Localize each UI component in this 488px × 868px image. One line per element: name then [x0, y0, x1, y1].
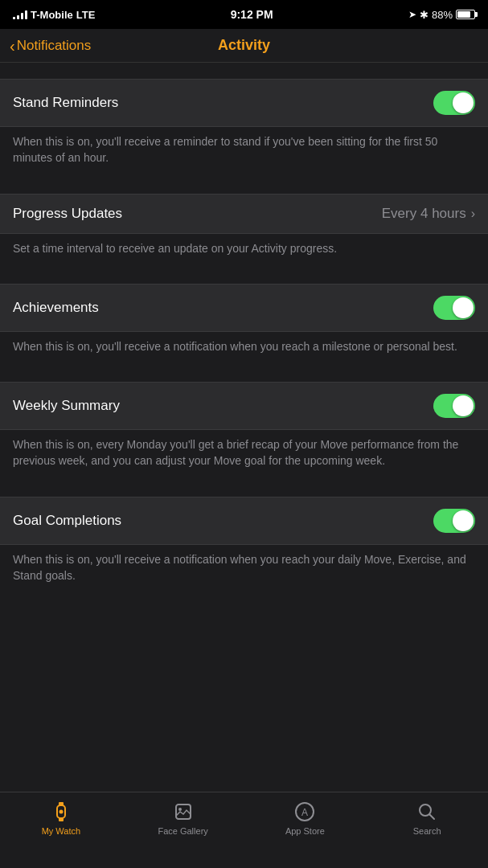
time-display: 9:12 PM [231, 8, 273, 21]
location-icon: ➤ [408, 9, 416, 20]
svg-rect-2 [59, 817, 64, 821]
achievements-toggle[interactable] [433, 296, 475, 320]
carrier-info: T-Mobile LTE [13, 9, 95, 21]
progress-updates-value: Every 4 hours › [382, 206, 475, 222]
page-title: Activity [218, 37, 270, 54]
weekly-summary-desc-text: When this is on, every Monday you'll get… [13, 438, 458, 467]
weekly-summary-section: Weekly Summary When this is on, every Mo… [0, 382, 488, 481]
stand-reminders-row[interactable]: Stand Reminders [0, 79, 488, 127]
battery-label: 88% [432, 9, 453, 21]
progress-updates-label: Progress Updates [13, 206, 122, 222]
tab-app-store[interactable]: A App Store [244, 800, 367, 836]
weekly-summary-description: When this is on, every Monday you'll get… [0, 430, 488, 481]
goal-completions-toggle[interactable] [433, 509, 475, 533]
status-bar: T-Mobile LTE 9:12 PM ➤ ✱ 88% [0, 0, 488, 29]
svg-line-9 [430, 815, 435, 820]
achievements-description: When this is on, you'll receive a notifi… [0, 332, 488, 366]
toggle-thumb [453, 92, 474, 113]
svg-point-5 [178, 808, 182, 811]
tab-search[interactable]: Search [366, 800, 488, 836]
progress-updates-section: Progress Updates Every 4 hours › Set a t… [0, 194, 488, 268]
stand-reminders-desc-text: When this is on, you'll receive a remind… [13, 135, 437, 164]
achievements-label: Achievements [13, 300, 99, 316]
progress-chevron-icon: › [471, 207, 475, 221]
signal-icon [13, 10, 27, 19]
svg-point-3 [59, 810, 63, 814]
progress-updates-current: Every 4 hours [382, 206, 466, 222]
achievements-row[interactable]: Achievements [0, 284, 488, 332]
search-icon [416, 800, 438, 823]
battery-icon [456, 10, 475, 19]
goal-completions-row[interactable]: Goal Completions [0, 497, 488, 545]
tab-my-watch[interactable]: My Watch [0, 800, 122, 836]
goal-completions-label: Goal Completions [13, 513, 121, 529]
app-store-icon: A [293, 800, 316, 823]
svg-text:A: A [301, 807, 308, 818]
tab-bar: My Watch Face Gallery A App Store [0, 792, 488, 868]
goal-completions-desc-text: When this is on, you'll receive a notifi… [13, 553, 466, 582]
stand-reminders-description: When this is on, you'll receive a remind… [0, 127, 488, 178]
stand-reminders-section: Stand Reminders When this is on, you'll … [0, 79, 488, 178]
back-chevron-icon: ‹ [10, 38, 15, 54]
bluetooth-icon: ✱ [420, 9, 429, 21]
stand-reminders-toggle[interactable] [433, 91, 475, 115]
progress-updates-description: Set a time interval to receive an update… [0, 234, 488, 268]
content-area: Stand Reminders When this is on, you'll … [0, 79, 488, 675]
goal-completions-section: Goal Completions When this is on, you'll… [0, 497, 488, 596]
system-icons: ➤ ✱ 88% [408, 9, 475, 21]
toggle-thumb [453, 395, 474, 416]
goal-completions-description: When this is on, you'll receive a notifi… [0, 545, 488, 596]
search-label: Search [413, 826, 441, 836]
tab-face-gallery[interactable]: Face Gallery [122, 800, 244, 836]
network-label: LTE [76, 9, 96, 21]
toggle-thumb [453, 510, 474, 531]
stand-reminders-label: Stand Reminders [13, 95, 118, 111]
navigation-bar: ‹ Notifications Activity [0, 29, 488, 63]
achievements-desc-text: When this is on, you'll receive a notifi… [13, 340, 457, 353]
face-gallery-label: Face Gallery [158, 826, 207, 836]
toggle-thumb [453, 297, 474, 318]
progress-updates-desc-text: Set a time interval to receive an update… [13, 242, 337, 255]
progress-updates-row[interactable]: Progress Updates Every 4 hours › [0, 194, 488, 234]
carrier-label: T-Mobile [31, 9, 73, 21]
face-gallery-icon [172, 800, 195, 823]
weekly-summary-label: Weekly Summary [13, 398, 120, 414]
my-watch-label: My Watch [42, 826, 81, 836]
back-label: Notifications [17, 38, 92, 54]
weekly-summary-toggle[interactable] [433, 394, 475, 418]
weekly-summary-row[interactable]: Weekly Summary [0, 382, 488, 430]
my-watch-icon [50, 800, 72, 823]
achievements-section: Achievements When this is on, you'll rec… [0, 284, 488, 366]
app-store-label: App Store [285, 826, 325, 836]
svg-rect-1 [59, 802, 64, 806]
back-button[interactable]: ‹ Notifications [10, 38, 91, 54]
